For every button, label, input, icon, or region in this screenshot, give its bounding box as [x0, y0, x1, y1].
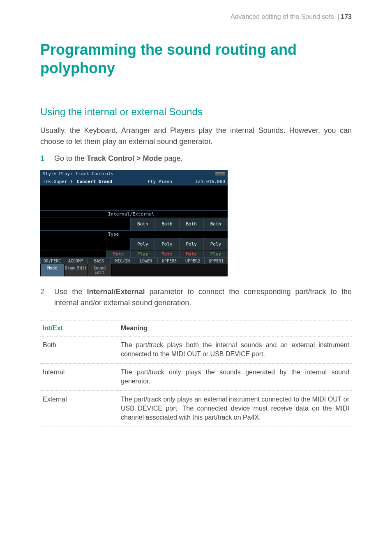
running-separator: | — [337, 13, 339, 20]
col-upper3[interactable]: UPPER3 — [157, 258, 181, 264]
sound-name[interactable]: Concert Grand — [77, 179, 112, 184]
tabs-spacer — [111, 264, 228, 276]
mute-button[interactable]: Mute — [106, 251, 130, 258]
step-number: 2 — [40, 286, 54, 309]
int-ext-cell[interactable]: Both — [130, 218, 154, 230]
int-ext-cell[interactable]: Both — [203, 218, 228, 230]
page-title: Programming the sound routing and polyph… — [40, 40, 352, 77]
track-columns: DR/PERC ACCOMP BASS MIC/IN LOWER UPPER3 … — [40, 258, 228, 264]
mute-button[interactable]: Mute — [154, 251, 179, 258]
col-micin[interactable]: MIC/IN — [111, 258, 134, 264]
running-header: Advanced editing of the Sound sets |173 — [40, 13, 352, 21]
type-cell[interactable] — [106, 238, 130, 250]
section-internal-external: Internal/External — [40, 210, 228, 218]
cell-key: Internal — [40, 363, 118, 390]
bank-label: Fty-Piano — [125, 179, 195, 184]
mute-play-row: Mute Play Mute Mute Play — [40, 251, 228, 258]
table-row: External The part/track only plays an ex… — [40, 390, 352, 427]
play-button[interactable]: Play — [203, 251, 228, 258]
table-row: Internal The part/track only plays the s… — [40, 363, 352, 390]
type-row: Poly Poly Poly Poly — [40, 238, 228, 251]
menu-icon[interactable]: ▾ — [215, 172, 225, 176]
tab-drum-edit[interactable]: Drum Edit — [64, 264, 88, 276]
subsection-title: Using the internal or external Sounds — [40, 106, 352, 118]
screenshot-titlebar: Style Play: Track Controls ▾ — [40, 170, 228, 178]
intro-paragraph: Usually, the Keyboard, Arranger and Play… — [40, 125, 352, 147]
section-type: Type — [40, 230, 228, 238]
mute-button[interactable]: Mute — [179, 251, 203, 258]
col-drperc[interactable]: DR/PERC — [40, 258, 64, 264]
cell-key: Both — [40, 337, 118, 364]
type-cell[interactable]: Poly — [179, 238, 203, 250]
step-bold: Track Control > Mode — [87, 154, 162, 162]
step-2: 2 Use the Internal/External parameter to… — [40, 286, 352, 309]
type-cell[interactable]: Poly — [130, 238, 154, 250]
play-button[interactable]: Play — [130, 251, 154, 258]
int-ext-cell[interactable]: Both — [154, 218, 179, 230]
cell-value: The part/track only plays the sounds gen… — [118, 363, 352, 390]
col-meaning: Meaning — [118, 320, 352, 337]
screenshot-body-spacer — [40, 186, 228, 210]
screenshot-title: Style Play: Track Controls — [43, 171, 113, 176]
step-bold: Internal/External — [87, 288, 145, 296]
cell-value: The part/track only plays an external in… — [118, 390, 352, 427]
col-lower[interactable]: LOWER — [134, 258, 157, 264]
step-text: Go to the Track Control > Mode page. — [54, 153, 352, 164]
int-ext-row: Both Both Both Both — [40, 218, 228, 230]
int-ext-cell[interactable]: Both — [179, 218, 203, 230]
page-number: 173 — [341, 13, 352, 20]
col-accomp[interactable]: ACCOMP — [64, 258, 87, 264]
col-upper1[interactable]: UPPER1 — [204, 258, 228, 264]
step-1: 1 Go to the Track Control > Mode page. — [40, 153, 352, 164]
col-intext: Int/Ext — [40, 320, 118, 337]
bottom-tabs: Mode Drum Edit Sound Edit — [40, 264, 228, 276]
type-cell[interactable]: Poly — [154, 238, 179, 250]
intext-table: Int/Ext Meaning Both The part/track play… — [40, 320, 352, 427]
cell-key: External — [40, 390, 118, 427]
col-bass[interactable]: BASS — [87, 258, 111, 264]
running-title: Advanced editing of the Sound sets — [231, 13, 334, 20]
tab-sound-edit[interactable]: Sound Edit — [88, 264, 111, 276]
track-label[interactable]: Trk:Upper 1 — [43, 179, 73, 184]
screenshot-subheader: Trk:Upper 1 Concert Grand Fty-Piano 121.… — [40, 178, 228, 186]
step-text: Use the Internal/External parameter to c… — [54, 286, 352, 309]
step-number: 1 — [40, 153, 54, 164]
tab-mode[interactable]: Mode — [40, 264, 64, 276]
int-ext-cell[interactable] — [106, 218, 130, 230]
table-row: Both The part/track plays both the inter… — [40, 337, 352, 364]
device-screenshot: Style Play: Track Controls ▾ Trk:Upper 1… — [40, 170, 228, 276]
col-upper2[interactable]: UPPER2 — [181, 258, 204, 264]
cell-value: The part/track plays both the internal s… — [118, 337, 352, 364]
type-cell[interactable]: Poly — [203, 238, 228, 250]
sound-number: 121.016.000 — [195, 179, 225, 184]
